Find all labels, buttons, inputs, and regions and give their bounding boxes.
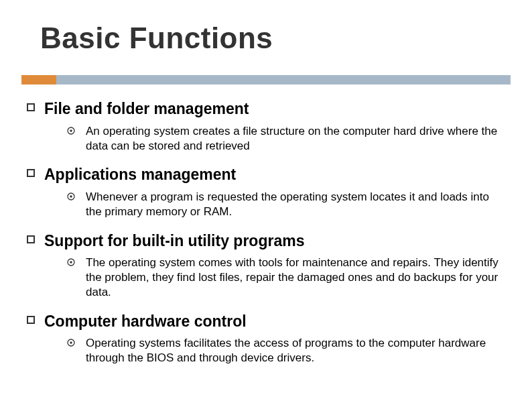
item-heading: Applications management: [44, 165, 236, 184]
svg-point-1: [70, 129, 72, 131]
list-item: Applications management Whenever a progr…: [27, 165, 508, 219]
square-bullet-icon: [27, 316, 35, 324]
list-item: Computer hardware control Operating syst…: [27, 312, 508, 365]
sub-item-text: Operating systems facilitates the access…: [86, 336, 508, 365]
square-bullet-icon: [27, 235, 35, 243]
sub-item-text: Whenever a program is requested the oper…: [86, 190, 508, 219]
item-heading: File and folder management: [44, 99, 249, 119]
item-heading: Computer hardware control: [44, 312, 247, 331]
sub-item-text: An operating system creates a file struc…: [86, 124, 508, 154]
svg-point-7: [70, 342, 72, 344]
page-title: Basic Functions: [40, 21, 273, 55]
square-bullet-icon: [27, 103, 35, 111]
accent-bar: [0, 72, 532, 89]
sub-list: An operating system creates a file struc…: [67, 124, 508, 154]
svg-point-3: [70, 195, 72, 197]
target-bullet-icon: [67, 339, 75, 347]
item-heading: Support for built-in utility programs: [44, 231, 304, 251]
sub-item-text: The operating system comes with tools fo…: [86, 255, 508, 299]
sub-list: The operating system comes with tools fo…: [67, 255, 508, 299]
accent-bar-right: [56, 75, 511, 84]
svg-point-5: [70, 262, 72, 264]
sub-list-item: Operating systems facilitates the access…: [67, 336, 508, 365]
sub-list-item: An operating system creates a file struc…: [67, 124, 508, 154]
sub-list: Whenever a program is requested the oper…: [67, 190, 508, 219]
target-bullet-icon: [67, 192, 75, 201]
slide: Basic Functions File and folder manageme…: [0, 0, 532, 399]
sub-list-item: The operating system comes with tools fo…: [67, 255, 508, 299]
accent-bar-left: [21, 75, 56, 84]
sub-list: Operating systems facilitates the access…: [67, 336, 508, 365]
target-bullet-icon: [67, 258, 75, 266]
content: File and folder management An operating …: [27, 99, 508, 378]
list-item: File and folder management An operating …: [27, 99, 508, 153]
sub-list-item: Whenever a program is requested the oper…: [67, 190, 508, 219]
target-bullet-icon: [67, 127, 75, 135]
list-item: Support for built-in utility programs Th…: [27, 231, 508, 300]
square-bullet-icon: [27, 169, 35, 177]
